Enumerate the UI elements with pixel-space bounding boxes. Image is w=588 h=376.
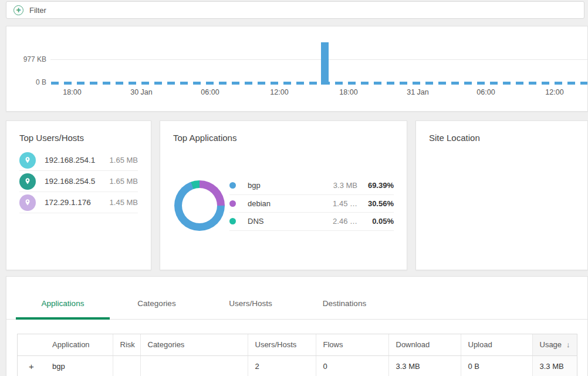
app-usage: 2.46 … xyxy=(314,217,357,226)
x-axis-tick: 12:00 xyxy=(270,88,288,96)
cell-risk xyxy=(113,355,140,376)
host-usage: 1.65 MB xyxy=(110,156,138,164)
column-header-usage[interactable]: Usage↓ xyxy=(532,334,577,355)
cell-flows: 0 xyxy=(316,355,388,376)
top-users-hosts-card: Top Users/Hosts 192.168.254.1 1.65 MB 19… xyxy=(6,120,151,270)
column-header-categories[interactable]: Categories xyxy=(140,334,248,355)
filter-label: Filter xyxy=(29,6,46,15)
y-axis-tick-977kb: 977 KB xyxy=(6,55,46,63)
cell-users-hosts: 2 xyxy=(248,355,316,376)
column-header-flows[interactable]: Flows xyxy=(316,334,388,355)
location-pin-icon xyxy=(19,173,36,190)
app-name: debian xyxy=(248,199,271,208)
app-name: DNS xyxy=(248,217,263,226)
app-percent: 0.05% xyxy=(357,217,394,226)
row-expander-button[interactable]: + xyxy=(18,355,45,376)
column-header-usage-label: Usage xyxy=(540,340,562,349)
x-axis-tick: 12:00 xyxy=(545,88,563,96)
series-dot-icon xyxy=(229,218,236,224)
list-item[interactable]: 192.168.254.1 1.65 MB xyxy=(19,150,138,171)
x-axis-tick: 18:00 xyxy=(339,88,357,96)
host-usage: 1.45 MB xyxy=(110,198,138,207)
card-title: Top Users/Hosts xyxy=(6,121,151,143)
app-name: bgp xyxy=(248,181,261,190)
applications-legend: bgp 3.3 MB 69.39% debian 1.45 … 30.56% D… xyxy=(229,177,394,231)
table-row[interactable]: + bgp 2 0 3.3 MB 0 B 3.3 MB xyxy=(18,355,577,376)
legend-item[interactable]: bgp 3.3 MB 69.39% xyxy=(229,177,394,195)
tab-strip: Applications Categories Users/Hosts Dest… xyxy=(6,277,587,320)
x-axis-tick: 06:00 xyxy=(477,88,495,96)
add-filter-icon[interactable]: + xyxy=(13,5,23,15)
y-axis-tick-0b: 0 B xyxy=(6,78,46,86)
cell-application: bgp xyxy=(45,355,113,376)
reports-dashboard: { "filter_bar": { "label": "Filter", "ic… xyxy=(0,0,588,376)
column-header-expander xyxy=(18,334,45,355)
applications-donut-chart[interactable] xyxy=(174,180,225,231)
traffic-chart-card: 977 KB 0 B 18:00 30 Jan 06:00 12:00 18:0… xyxy=(6,26,588,112)
table-header-row: Application Risk Categories Users/Hosts … xyxy=(18,334,577,355)
traffic-baseline-series xyxy=(51,82,587,85)
top-users-list: 192.168.254.1 1.65 MB 192.168.254.5 1.65… xyxy=(19,150,138,213)
card-title: Site Location xyxy=(416,121,587,143)
tab-users-hosts[interactable]: Users/Hosts xyxy=(204,277,298,319)
legend-item[interactable]: DNS 2.46 … 0.05% xyxy=(229,213,394,231)
cell-categories xyxy=(140,355,248,376)
card-title: Top Applications xyxy=(160,121,407,143)
app-usage: 3.3 MB xyxy=(314,181,357,190)
column-header-users-hosts[interactable]: Users/Hosts xyxy=(248,334,316,355)
top-applications-card: Top Applications bgp 3.3 MB 69.39% debia… xyxy=(160,120,407,270)
detail-table-panel: Applications Categories Users/Hosts Dest… xyxy=(6,276,588,376)
chart-gridline xyxy=(50,59,587,60)
x-axis-tick: 18:00 xyxy=(63,88,81,96)
host-usage: 1.65 MB xyxy=(110,177,138,186)
app-usage: 1.45 … xyxy=(314,199,357,208)
legend-item[interactable]: debian 1.45 … 30.56% xyxy=(229,195,394,213)
location-pin-icon xyxy=(19,152,36,169)
app-percent: 30.56% xyxy=(357,199,394,208)
traffic-spike-bar xyxy=(321,42,329,85)
cell-upload: 0 B xyxy=(461,355,532,376)
host-ip: 192.168.254.5 xyxy=(45,177,95,186)
tab-destinations[interactable]: Destinations xyxy=(298,277,391,319)
cell-download: 3.3 MB xyxy=(388,355,461,376)
cell-usage: 3.3 MB xyxy=(532,355,577,376)
list-item[interactable]: 172.29.1.176 1.45 MB xyxy=(19,192,138,213)
app-percent: 69.39% xyxy=(357,181,394,190)
sort-desc-icon: ↓ xyxy=(566,340,570,349)
series-dot-icon xyxy=(229,182,236,189)
location-pin-icon xyxy=(19,194,36,211)
x-axis-tick: 31 Jan xyxy=(407,88,429,96)
column-header-application[interactable]: Application xyxy=(45,334,113,355)
host-ip: 172.29.1.176 xyxy=(45,198,91,207)
tab-categories[interactable]: Categories xyxy=(110,277,204,319)
column-header-risk[interactable]: Risk xyxy=(113,334,140,355)
tab-applications[interactable]: Applications xyxy=(16,277,110,319)
x-axis-tick: 06:00 xyxy=(201,88,219,96)
list-item[interactable]: 192.168.254.5 1.65 MB xyxy=(19,171,138,192)
site-location-card: Site Location xyxy=(415,120,588,270)
series-dot-icon xyxy=(229,200,236,207)
filter-bar[interactable]: + Filter xyxy=(6,1,584,19)
host-ip: 192.168.254.1 xyxy=(45,156,95,164)
column-header-download[interactable]: Download xyxy=(388,334,461,355)
x-axis-tick: 30 Jan xyxy=(130,88,153,96)
column-header-upload[interactable]: Upload xyxy=(461,334,532,355)
applications-table: Application Risk Categories Users/Hosts … xyxy=(17,334,577,376)
